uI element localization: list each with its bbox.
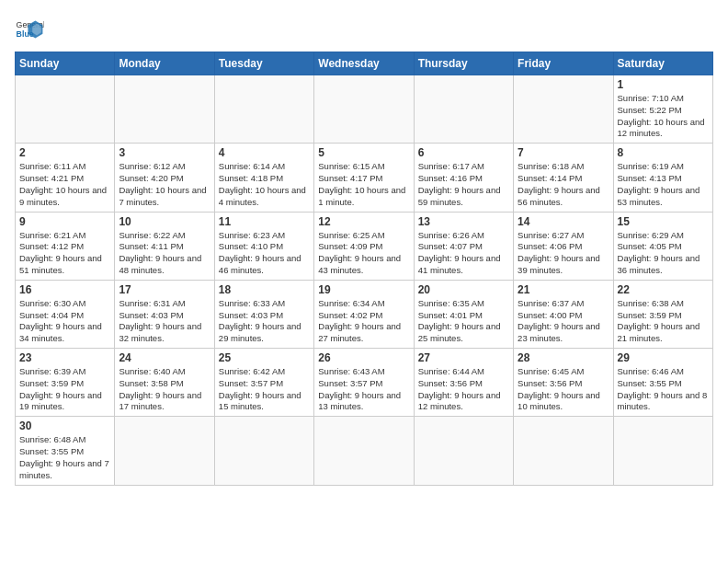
day-cell: 10Sunrise: 6:22 AM Sunset: 4:11 PM Dayli… [115, 212, 214, 280]
day-cell: 24Sunrise: 6:40 AM Sunset: 3:58 PM Dayli… [115, 349, 214, 417]
col-header-thursday: Thursday [414, 52, 513, 75]
week-row-3: 16Sunrise: 6:30 AM Sunset: 4:04 PM Dayli… [16, 280, 713, 348]
day-number: 22 [618, 283, 709, 296]
day-number: 11 [219, 215, 310, 228]
col-header-saturday: Saturday [613, 52, 712, 75]
day-cell: 2Sunrise: 6:11 AM Sunset: 4:21 PM Daylig… [16, 144, 115, 212]
day-info: Sunrise: 6:11 AM Sunset: 4:21 PM Dayligh… [19, 161, 110, 208]
day-number: 29 [618, 351, 709, 364]
day-cell: 29Sunrise: 6:46 AM Sunset: 3:55 PM Dayli… [613, 349, 712, 417]
day-info: Sunrise: 6:25 AM Sunset: 4:09 PM Dayligh… [318, 230, 409, 277]
day-number: 19 [318, 283, 409, 296]
day-cell: 19Sunrise: 6:34 AM Sunset: 4:02 PM Dayli… [314, 280, 414, 348]
day-info: Sunrise: 6:18 AM Sunset: 4:14 PM Dayligh… [518, 161, 609, 208]
week-row-1: 2Sunrise: 6:11 AM Sunset: 4:21 PM Daylig… [16, 144, 713, 212]
day-number: 4 [219, 146, 310, 159]
day-cell: 8Sunrise: 6:19 AM Sunset: 4:13 PM Daylig… [613, 144, 712, 212]
week-row-2: 9Sunrise: 6:21 AM Sunset: 4:12 PM Daylig… [16, 212, 713, 280]
day-cell: 4Sunrise: 6:14 AM Sunset: 4:18 PM Daylig… [214, 144, 313, 212]
day-info: Sunrise: 6:45 AM Sunset: 3:56 PM Dayligh… [518, 366, 609, 413]
day-number: 21 [518, 283, 609, 296]
day-number: 10 [119, 215, 210, 228]
day-cell: 16Sunrise: 6:30 AM Sunset: 4:04 PM Dayli… [16, 280, 115, 348]
day-cell: 25Sunrise: 6:42 AM Sunset: 3:57 PM Dayli… [214, 349, 313, 417]
day-info: Sunrise: 6:46 AM Sunset: 3:55 PM Dayligh… [618, 366, 709, 413]
day-info: Sunrise: 6:40 AM Sunset: 3:58 PM Dayligh… [119, 366, 210, 413]
day-info: Sunrise: 7:10 AM Sunset: 5:22 PM Dayligh… [618, 93, 709, 140]
week-row-0: 1Sunrise: 7:10 AM Sunset: 5:22 PM Daylig… [16, 75, 713, 144]
day-number: 5 [318, 146, 409, 159]
day-cell: 20Sunrise: 6:35 AM Sunset: 4:01 PM Dayli… [414, 280, 513, 348]
day-cell [115, 417, 214, 485]
day-info: Sunrise: 6:38 AM Sunset: 3:59 PM Dayligh… [618, 298, 709, 345]
day-info: Sunrise: 6:35 AM Sunset: 4:01 PM Dayligh… [418, 298, 509, 345]
day-cell: 3Sunrise: 6:12 AM Sunset: 4:20 PM Daylig… [115, 144, 214, 212]
day-number: 6 [418, 146, 509, 159]
col-header-wednesday: Wednesday [314, 52, 414, 75]
day-cell: 18Sunrise: 6:33 AM Sunset: 4:03 PM Dayli… [214, 280, 313, 348]
day-number: 23 [19, 351, 110, 364]
day-info: Sunrise: 6:17 AM Sunset: 4:16 PM Dayligh… [418, 161, 509, 208]
day-number: 3 [119, 146, 210, 159]
day-number: 2 [19, 146, 110, 159]
logo: General Blue [15, 15, 48, 44]
day-cell [314, 75, 414, 144]
day-info: Sunrise: 6:43 AM Sunset: 3:57 PM Dayligh… [318, 366, 409, 413]
page-header: General Blue [15, 15, 713, 44]
day-number: 27 [418, 351, 509, 364]
day-info: Sunrise: 6:23 AM Sunset: 4:10 PM Dayligh… [219, 230, 310, 277]
day-cell: 23Sunrise: 6:39 AM Sunset: 3:59 PM Dayli… [16, 349, 115, 417]
day-number: 30 [19, 419, 110, 432]
day-info: Sunrise: 6:39 AM Sunset: 3:59 PM Dayligh… [19, 366, 110, 413]
day-cell: 28Sunrise: 6:45 AM Sunset: 3:56 PM Dayli… [514, 349, 613, 417]
day-cell [514, 417, 613, 485]
day-cell: 30Sunrise: 6:48 AM Sunset: 3:55 PM Dayli… [16, 417, 115, 485]
day-cell: 7Sunrise: 6:18 AM Sunset: 4:14 PM Daylig… [514, 144, 613, 212]
day-number: 9 [19, 215, 110, 228]
day-info: Sunrise: 6:31 AM Sunset: 4:03 PM Dayligh… [119, 298, 210, 345]
day-number: 24 [119, 351, 210, 364]
day-number: 17 [119, 283, 210, 296]
day-info: Sunrise: 6:19 AM Sunset: 4:13 PM Dayligh… [618, 161, 709, 208]
col-header-monday: Monday [115, 52, 214, 75]
day-cell: 22Sunrise: 6:38 AM Sunset: 3:59 PM Dayli… [613, 280, 712, 348]
day-number: 14 [518, 215, 609, 228]
day-cell: 17Sunrise: 6:31 AM Sunset: 4:03 PM Dayli… [115, 280, 214, 348]
day-info: Sunrise: 6:34 AM Sunset: 4:02 PM Dayligh… [318, 298, 409, 345]
logo-icon: General Blue [15, 15, 44, 44]
calendar-header: SundayMondayTuesdayWednesdayThursdayFrid… [16, 52, 713, 75]
day-cell [214, 75, 313, 144]
day-cell: 26Sunrise: 6:43 AM Sunset: 3:57 PM Dayli… [314, 349, 414, 417]
week-row-4: 23Sunrise: 6:39 AM Sunset: 3:59 PM Dayli… [16, 349, 713, 417]
day-number: 16 [19, 283, 110, 296]
day-number: 8 [618, 146, 709, 159]
day-number: 15 [618, 215, 709, 228]
day-cell: 27Sunrise: 6:44 AM Sunset: 3:56 PM Dayli… [414, 349, 513, 417]
day-number: 1 [618, 78, 709, 91]
day-cell [514, 75, 613, 144]
day-number: 20 [418, 283, 509, 296]
day-info: Sunrise: 6:12 AM Sunset: 4:20 PM Dayligh… [119, 161, 210, 208]
day-cell: 13Sunrise: 6:26 AM Sunset: 4:07 PM Dayli… [414, 212, 513, 280]
day-number: 25 [219, 351, 310, 364]
day-number: 12 [318, 215, 409, 228]
col-header-sunday: Sunday [16, 52, 115, 75]
day-number: 13 [418, 215, 509, 228]
week-row-5: 30Sunrise: 6:48 AM Sunset: 3:55 PM Dayli… [16, 417, 713, 485]
day-cell [214, 417, 313, 485]
day-cell: 12Sunrise: 6:25 AM Sunset: 4:09 PM Dayli… [314, 212, 414, 280]
day-info: Sunrise: 6:26 AM Sunset: 4:07 PM Dayligh… [418, 230, 509, 277]
day-info: Sunrise: 6:30 AM Sunset: 4:04 PM Dayligh… [19, 298, 110, 345]
day-cell: 5Sunrise: 6:15 AM Sunset: 4:17 PM Daylig… [314, 144, 414, 212]
day-info: Sunrise: 6:21 AM Sunset: 4:12 PM Dayligh… [19, 230, 110, 277]
day-cell [16, 75, 115, 144]
day-info: Sunrise: 6:37 AM Sunset: 4:00 PM Dayligh… [518, 298, 609, 345]
day-cell [115, 75, 214, 144]
day-info: Sunrise: 6:27 AM Sunset: 4:06 PM Dayligh… [518, 230, 609, 277]
day-info: Sunrise: 6:33 AM Sunset: 4:03 PM Dayligh… [219, 298, 310, 345]
col-header-friday: Friday [514, 52, 613, 75]
day-cell: 14Sunrise: 6:27 AM Sunset: 4:06 PM Dayli… [514, 212, 613, 280]
day-info: Sunrise: 6:22 AM Sunset: 4:11 PM Dayligh… [119, 230, 210, 277]
day-info: Sunrise: 6:42 AM Sunset: 3:57 PM Dayligh… [219, 366, 310, 413]
calendar-table: SundayMondayTuesdayWednesdayThursdayFrid… [15, 52, 713, 486]
